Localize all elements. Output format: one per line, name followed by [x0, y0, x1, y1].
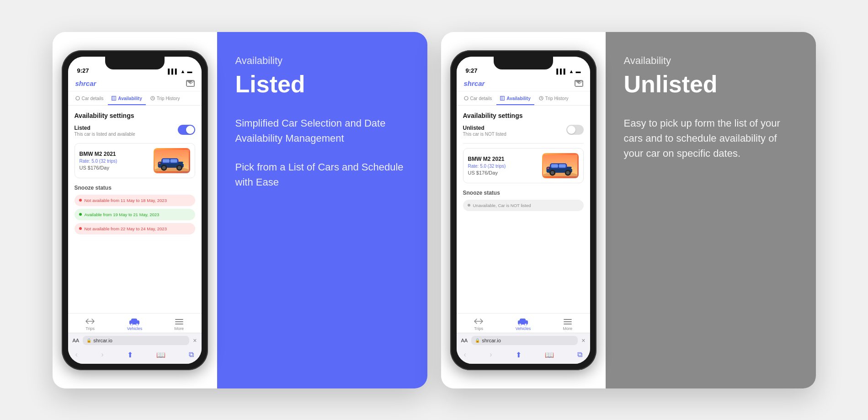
- listed-status-title: Listed: [235, 71, 409, 97]
- tab-trip-history-left[interactable]: Trip History: [147, 93, 184, 105]
- unlisted-status-title: Unlisted: [624, 71, 798, 97]
- back-icon-left[interactable]: ‹: [75, 351, 78, 359]
- browser-close-left[interactable]: ×: [193, 337, 197, 344]
- snooze-title-right: Snooze status: [463, 190, 584, 196]
- svg-rect-42: [547, 168, 549, 169]
- phone-notch-right: [494, 57, 553, 69]
- tab-availability-left[interactable]: Availability: [108, 93, 145, 105]
- svg-point-21: [136, 323, 138, 325]
- mail-icon-left[interactable]: [186, 80, 194, 86]
- tabs-icon-right[interactable]: ⧉: [577, 351, 582, 359]
- car-details-icon-left: [75, 96, 80, 101]
- snooze-dot-1-left: [79, 199, 82, 202]
- listed-info-panel: Availability Listed Simplified Car Selec…: [217, 32, 427, 388]
- svg-rect-11: [170, 159, 177, 163]
- vehicles-label-right: Vehicles: [516, 326, 531, 331]
- tab-car-details-label-left: Car details: [82, 96, 104, 101]
- svg-rect-35: [551, 164, 558, 168]
- svg-point-13: [162, 166, 166, 170]
- toggle-label-right: Unlisted: [463, 125, 506, 131]
- status-icons-left: ▌▌▌ ▲ ▬: [168, 69, 192, 74]
- availability-icon-right: [500, 96, 505, 101]
- lock-icon-right: 🔒: [475, 338, 480, 343]
- toggle-label-left: Listed: [75, 125, 135, 131]
- bottom-nav-trips-right[interactable]: Trips: [457, 317, 501, 331]
- vehicles-icon-right: [517, 317, 528, 325]
- tabs-icon-left[interactable]: ⧉: [189, 351, 194, 359]
- svg-rect-10: [163, 159, 170, 163]
- mail-icon-right[interactable]: [575, 80, 583, 86]
- share-icon-right[interactable]: ⬆: [516, 351, 522, 359]
- bottom-nav-right: Trips Vehicles: [457, 313, 590, 333]
- unlisted-card: 9:27 ▌▌▌ ▲ ▬ shrcar: [441, 32, 816, 388]
- listed-desc-2: Pick from a List of Cars and Schedule wi…: [235, 159, 409, 190]
- browser-url-text-left: shrcar.io: [93, 338, 112, 343]
- toggle-switch-right[interactable]: [566, 125, 584, 135]
- car-image-left: [154, 148, 190, 173]
- toggle-info-left: Listed This car is listed and available: [75, 125, 135, 137]
- browser-url-left[interactable]: 🔒 shrcar.io: [83, 336, 189, 345]
- screen-content-left: Availability settings Listed This car is…: [68, 106, 202, 313]
- unlisted-phone-side: 9:27 ▌▌▌ ▲ ▬ shrcar: [441, 32, 606, 388]
- app-logo-left: shrcar: [75, 80, 96, 87]
- toggle-sub-left: This car is listed and available: [75, 132, 135, 137]
- tab-availability-label-right: Availability: [506, 96, 530, 101]
- svg-rect-41: [571, 168, 573, 169]
- bookmarks-icon-left[interactable]: 📖: [156, 351, 165, 359]
- snooze-dot-1-right: [468, 204, 470, 207]
- car-card-left: BMW M2 2021 Rate: 5.0 (32 trips) US $176…: [75, 143, 195, 178]
- snooze-item-1-right: Unavailable, Car is NOT listed: [463, 200, 584, 211]
- browser-url-right[interactable]: 🔒 shrcar.io: [471, 336, 578, 345]
- car-price-left: US $176/Day: [80, 165, 149, 170]
- toggle-info-right: Unlisted This car is NOT listed: [463, 125, 506, 137]
- trips-icon-right: [474, 317, 484, 325]
- tab-car-details-right[interactable]: Car details: [460, 93, 496, 105]
- svg-rect-19: [131, 319, 137, 322]
- app-header-left: shrcar: [68, 77, 202, 91]
- listed-phone-mockup: 9:27 ▌▌▌ ▲ ▬ shrcar: [62, 50, 208, 370]
- availability-settings-title-right: Availability settings: [463, 112, 584, 119]
- browser-close-right[interactable]: ×: [581, 337, 585, 344]
- bookmarks-icon-right[interactable]: 📖: [545, 351, 554, 359]
- vehicles-label-left: Vehicles: [127, 326, 143, 331]
- svg-rect-44: [520, 319, 526, 322]
- unlisted-availability-label: Availability: [624, 55, 798, 67]
- bottom-nav-trips-left[interactable]: Trips: [68, 317, 112, 331]
- car-name-left: BMW M2 2021: [80, 151, 149, 157]
- toggle-switch-left[interactable]: ✓: [178, 125, 195, 135]
- tab-car-details-left[interactable]: Car details: [72, 93, 107, 105]
- svg-rect-17: [159, 163, 160, 164]
- car-rate-left: Rate: 5.0 (32 trips): [80, 159, 149, 164]
- more-icon-left: [174, 317, 184, 325]
- car-rate-right: Rate: 5.0 (32 trips): [468, 164, 538, 169]
- browser-actions-left: ‹ › ⬆ 📖 ⧉: [68, 348, 202, 364]
- bottom-nav-more-right[interactable]: More: [545, 317, 590, 331]
- trips-icon-left: [85, 317, 95, 325]
- listed-phone-side: 9:27 ▌▌▌ ▲ ▬ shrcar: [53, 32, 217, 388]
- car-card-right: BMW M2 2021 Rate: 5.0 (32 trips) US $176…: [463, 148, 584, 183]
- tab-availability-right[interactable]: Availability: [496, 93, 534, 105]
- wifi-icon-right: ▲: [569, 69, 574, 74]
- bottom-nav-vehicles-right[interactable]: Vehicles: [501, 317, 545, 331]
- snooze-text-3-left: Not available from 22 May to 24 May, 202…: [85, 226, 167, 231]
- lock-icon-left: 🔒: [86, 338, 91, 343]
- forward-icon-left[interactable]: ›: [101, 351, 103, 359]
- toggle-knob-right: [568, 127, 575, 133]
- tab-trip-history-right[interactable]: Trip History: [535, 93, 572, 105]
- bottom-nav-vehicles-left[interactable]: Vehicles: [112, 317, 157, 331]
- screen-content-right: Availability settings Unlisted This car …: [457, 106, 590, 313]
- svg-rect-2: [112, 96, 116, 100]
- toggle-row-left: Listed This car is listed and available …: [75, 125, 195, 137]
- back-icon-right[interactable]: ‹: [464, 351, 466, 359]
- vehicles-icon-left: [129, 317, 140, 325]
- tab-availability-label-left: Availability: [118, 96, 142, 101]
- share-icon-left[interactable]: ⬆: [127, 351, 133, 359]
- bottom-nav-more-left[interactable]: More: [157, 317, 201, 331]
- snooze-item-1-left: Not available from 11 May to 18 May, 202…: [75, 195, 195, 206]
- svg-rect-16: [183, 163, 185, 164]
- snooze-dot-2-left: [79, 213, 82, 216]
- unlisted-phone-screen: 9:27 ▌▌▌ ▲ ▬ shrcar: [457, 57, 590, 364]
- app-header-right: shrcar: [457, 77, 590, 91]
- forward-icon-right[interactable]: ›: [490, 351, 492, 359]
- tab-trip-history-label-left: Trip History: [157, 96, 180, 101]
